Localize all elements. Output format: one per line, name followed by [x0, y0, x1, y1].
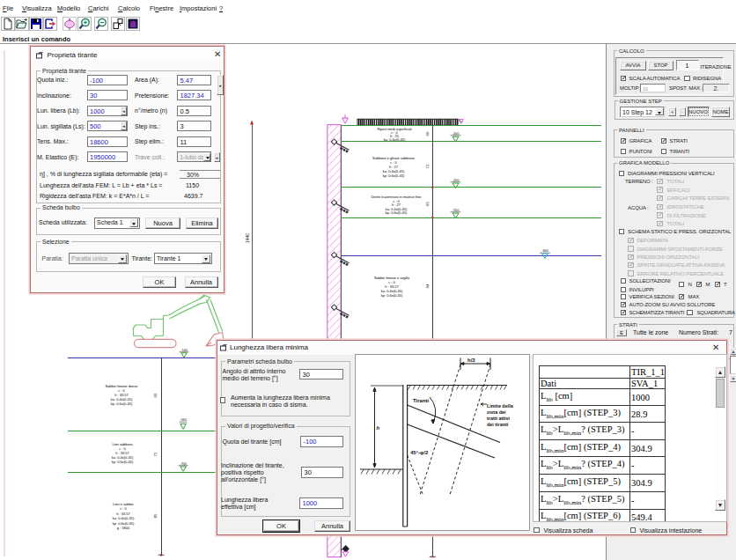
svg-text:72: 72: [425, 164, 430, 168]
svg-text:kp: 0.6x(0.45): kp: 0.6x(0.45): [381, 293, 403, 298]
svg-text:-560: -560: [180, 417, 188, 422]
svg-text:65: 65: [425, 202, 430, 206]
svg-text:kp: 0.6x(0.45): kp: 0.6x(0.45): [112, 460, 134, 464]
svg-text:7s: 7s: [459, 120, 462, 123]
svg-text:85: 85: [153, 513, 158, 518]
svg-text:kp: 0.6x(0.45): kp: 0.6x(0.45): [386, 210, 408, 215]
svg-text:-400: -400: [453, 131, 460, 136]
svg-text:h: h: [377, 425, 380, 431]
svg-text:ka: 0.4x(0.45): ka: 0.4x(0.45): [384, 137, 406, 142]
svg-text:1440: 1440: [245, 233, 250, 243]
svg-text:g : 1800: g : 1800: [117, 526, 130, 530]
svg-text:kp: 0.6x(0.45): kp: 0.6x(0.45): [383, 173, 405, 178]
svg-text:-660: -660: [541, 248, 549, 253]
svg-text:h/3: h/3: [467, 357, 475, 363]
svg-text:dei tiranti: dei tiranti: [487, 422, 509, 427]
svg-text:-700: -700: [180, 461, 188, 466]
svg-text:fi : 33.57: fi : 33.57: [116, 512, 130, 516]
svg-text:zona dei: zona dei: [487, 409, 506, 415]
svg-text:60: 60: [153, 393, 158, 397]
svg-text:Limite della: Limite della: [487, 403, 514, 409]
svg-text:Limi e sabbie: Limi e sabbie: [113, 502, 134, 506]
svg-text:45°-φ/2: 45°-φ/2: [410, 450, 429, 455]
svg-text:94: 94: [425, 284, 430, 288]
svg-text:c : 0: c : 0: [120, 506, 127, 511]
svg-text:tratti attivi: tratti attivi: [487, 416, 511, 421]
svg-text:60: 60: [425, 131, 430, 136]
svg-text:-140: -140: [180, 348, 188, 352]
svg-text:Tiranti: Tiranti: [413, 398, 430, 403]
svg-text:kp: 0.6x(0.45): kp: 0.6x(0.45): [113, 521, 135, 526]
svg-text:kp: 0.6x(0.45): kp: 0.6x(0.45): [111, 402, 133, 406]
svg-text:-550: -550: [453, 208, 460, 212]
svg-text:-200: -200: [453, 178, 460, 182]
svg-text:72: 72: [153, 452, 158, 456]
svg-text:ka: 0.4x(0.45): ka: 0.4x(0.45): [113, 516, 135, 520]
